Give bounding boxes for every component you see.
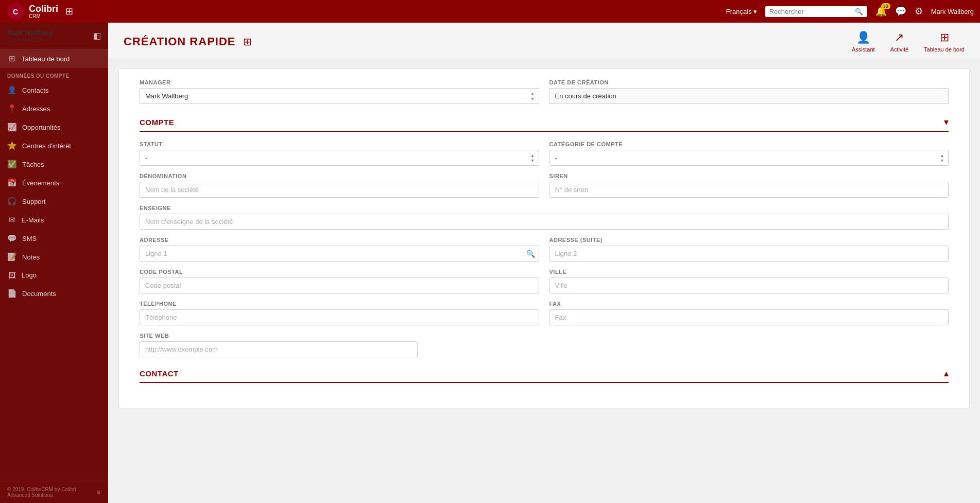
section-contact-toggle-icon[interactable]: ▴ xyxy=(944,368,949,379)
form-top-row: MANAGER Mark Wallberg ▲ ▼ DATE DE CRÉATI… xyxy=(140,79,949,104)
topbar-lang-selector[interactable]: Français ▾ xyxy=(726,8,757,15)
section-contact-title: CONTACT xyxy=(140,369,179,378)
sidebar-item-emails[interactable]: ✉ E-Mails xyxy=(0,211,108,229)
site-web-field-group: SITE WEB xyxy=(140,333,949,357)
page-add-icon[interactable]: ⊞ xyxy=(243,36,252,48)
page-title-area: CRÉATION RAPIDE ⊞ xyxy=(124,35,252,48)
logo-icon: 🖼 xyxy=(7,271,16,280)
contacts-icon: 👤 xyxy=(7,85,17,95)
section-compte-toggle-icon[interactable]: ▾ xyxy=(944,116,949,128)
page-action-tableau-de-bord[interactable]: ⊞ Tableau de bord xyxy=(924,31,965,53)
topbar-logo-name: Colibri xyxy=(29,4,58,14)
sidebar-footer-settings-icon[interactable]: ⚙ xyxy=(96,490,101,495)
notes-icon: 📝 xyxy=(7,252,17,262)
telephone-input[interactable] xyxy=(140,309,539,325)
manager-select-wrapper: Mark Wallberg ▲ ▼ xyxy=(140,88,539,104)
topbar-grid-icon[interactable]: ⊞ xyxy=(65,6,73,17)
enseigne-label: ENSEIGNE xyxy=(140,205,949,211)
site-web-label: SITE WEB xyxy=(140,333,949,339)
siren-field-group: SIREN xyxy=(549,173,949,198)
siren-input[interactable] xyxy=(549,182,949,198)
tableau-de-bord-action-label: Tableau de bord xyxy=(924,46,965,53)
topbar-search-input[interactable] xyxy=(769,8,852,15)
topbar-chat-btn[interactable]: 💬 xyxy=(895,6,906,17)
sidebar-footer-copy: © 2019. ColibriCRM by Colibri Advanced S… xyxy=(7,487,96,498)
sidebar-item-tableau-de-bord[interactable]: ⊞ Tableau de bord xyxy=(0,49,108,68)
centres-interet-icon: ⭐ xyxy=(7,141,17,150)
activite-label: Activité xyxy=(890,46,908,53)
compte-adresse-row: ADRESSE 🔍 ADRESSE (SUITE) xyxy=(140,237,949,262)
ville-input[interactable] xyxy=(549,277,949,293)
date-creation-input[interactable] xyxy=(549,88,949,104)
page-action-assistant[interactable]: 👤 Assistant xyxy=(852,31,875,53)
sidebar-profile-name: Mark Wallberg xyxy=(7,29,53,37)
sidebar-item-sms[interactable]: 💬 SMS xyxy=(0,229,108,248)
code-postal-input[interactable] xyxy=(140,277,539,293)
topbar-settings-btn[interactable]: ⚙ xyxy=(915,6,923,17)
sidebar-item-evenements[interactable]: 📅 Événements xyxy=(0,174,108,192)
adresse-suite-field-group: ADRESSE (SUITE) xyxy=(549,237,949,262)
manager-label: MANAGER xyxy=(140,79,539,85)
manager-field-group: MANAGER Mark Wallberg ▲ ▼ xyxy=(140,79,539,104)
adresse-suite-label: ADRESSE (SUITE) xyxy=(549,237,949,243)
enseigne-field-group: ENSEIGNE xyxy=(140,205,949,230)
support-icon: 🎧 xyxy=(7,197,17,206)
sidebar-item-documents[interactable]: 📄 Documents xyxy=(0,284,108,303)
manager-select[interactable]: Mark Wallberg xyxy=(140,88,539,104)
adresse-input[interactable] xyxy=(140,246,539,262)
compte-enseigne-row: ENSEIGNE xyxy=(140,205,949,230)
fax-field-group: FAX xyxy=(549,301,949,325)
sidebar-item-label-contacts: Contacts xyxy=(22,86,48,94)
topbar-search-icon[interactable]: 🔍 xyxy=(855,8,863,15)
statut-field-group: STATUT - ▲ ▼ xyxy=(140,141,539,166)
siren-label: SIREN xyxy=(549,173,949,179)
enseigne-input[interactable] xyxy=(140,214,949,230)
sidebar-item-centres-interet[interactable]: ⭐ Centres d'intérêt xyxy=(0,136,108,155)
topbar-logo: C Colibri CRM xyxy=(6,2,58,21)
sidebar-footer: © 2019. ColibriCRM by Colibri Advanced S… xyxy=(0,481,108,503)
code-postal-field-group: CODE POSTAL xyxy=(140,269,539,293)
settings-icon: ⚙ xyxy=(915,6,923,16)
sidebar-item-support[interactable]: 🎧 Support xyxy=(0,192,108,211)
evenements-icon: 📅 xyxy=(7,178,17,187)
assistant-icon: 👤 xyxy=(856,31,870,44)
categorie-select[interactable]: - xyxy=(549,150,949,166)
activite-icon: ↗ xyxy=(895,31,904,44)
denomination-input[interactable] xyxy=(140,182,539,198)
section-compte-header[interactable]: COMPTE ▾ xyxy=(140,116,949,132)
fax-input[interactable] xyxy=(549,309,949,325)
topbar-user-menu[interactable]: Mark Wallberg xyxy=(931,8,974,15)
section-compte: COMPTE ▾ STATUT - ▲ ▼ xyxy=(140,116,949,357)
sidebar-item-logo[interactable]: 🖼 Logo xyxy=(0,266,108,284)
sidebar-item-adresses[interactable]: 📍 Adresses xyxy=(0,99,108,118)
categorie-label: CATÉGORIE DE COMPTE xyxy=(549,141,949,147)
sidebar-item-contacts[interactable]: 👤 Contacts xyxy=(0,81,108,99)
adresse-search-icon[interactable]: 🔍 xyxy=(526,250,535,258)
sidebar-item-label-centres-interet: Centres d'intérêt xyxy=(22,142,71,150)
notification-badge: 33 xyxy=(881,3,890,9)
site-web-input[interactable] xyxy=(140,341,418,357)
categorie-select-wrapper: - ▲ ▼ xyxy=(549,150,949,166)
adresse-label: ADRESSE xyxy=(140,237,539,243)
page-actions: 👤 Assistant ↗ Activité ⊞ Tableau de bord xyxy=(852,31,965,53)
denomination-label: DÉNOMINATION xyxy=(140,173,539,179)
section-contact: CONTACT ▴ xyxy=(140,368,949,383)
statut-select[interactable]: - xyxy=(140,150,539,166)
page-action-activite[interactable]: ↗ Activité xyxy=(890,31,908,53)
sidebar-item-notes[interactable]: 📝 Notes xyxy=(0,248,108,266)
sidebar-item-label-documents: Documents xyxy=(22,290,56,298)
sidebar-profile-icon[interactable]: ◧ xyxy=(93,31,101,41)
sidebar-profile: Mark Wallberg Exemple SAS ◧ xyxy=(0,23,108,49)
sidebar-item-taches[interactable]: ✅ Tâches xyxy=(0,155,108,174)
adresse-suite-input[interactable] xyxy=(549,246,949,262)
topbar: C Colibri CRM ⊞ Français ▾ 🔍 🔔 33 💬 ⚙ Ma… xyxy=(0,0,980,23)
section-contact-header[interactable]: CONTACT ▴ xyxy=(140,368,949,383)
sidebar-profile-company: Exemple SAS xyxy=(7,37,53,43)
adresse-input-wrapper: 🔍 xyxy=(140,246,539,262)
taches-icon: ✅ xyxy=(7,160,17,169)
sidebar-item-label-tableau-de-bord: Tableau de bord xyxy=(22,55,70,63)
ville-field-group: VILLE xyxy=(549,269,949,293)
topbar-left: C Colibri CRM ⊞ xyxy=(6,2,73,21)
topbar-notification-btn[interactable]: 🔔 33 xyxy=(875,6,887,17)
sidebar-item-opportunites[interactable]: 📈 Opportunités xyxy=(0,118,108,136)
